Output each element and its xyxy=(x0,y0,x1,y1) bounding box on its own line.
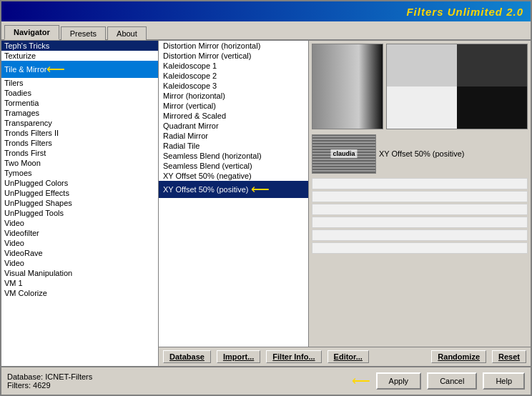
filter-list[interactable]: Distortion Mirror (horizontal) Distortio… xyxy=(159,41,309,347)
preview-thumbnail: claudia xyxy=(312,134,376,174)
filter-item[interactable]: Distortion Mirror (horizontal) xyxy=(159,41,308,51)
filter-item[interactable]: Seamless Blend (horizontal) xyxy=(159,151,308,161)
filter-item-xy-offset-positive[interactable]: XY Offset 50% (positive) ⟵ xyxy=(159,181,308,198)
list-item-transparency[interactable]: Transparency xyxy=(1,118,158,128)
status-info: Database: ICNET-Filters Filters: 4629 xyxy=(7,372,92,390)
preview-panel: claudia XY Offset 50% (positive) xyxy=(309,41,531,347)
tab-presets[interactable]: Presets xyxy=(61,26,106,40)
list-item-tile-mirror[interactable]: Tile & Mirror ⟵ xyxy=(1,61,158,78)
app-title: Filters Unlimited 2.0 xyxy=(406,6,523,18)
database-status: Database: ICNET-Filters xyxy=(7,372,92,381)
help-button[interactable]: Help xyxy=(483,372,525,390)
filter-item-mirrored-scaled[interactable]: Mirrored & Scaled xyxy=(159,111,308,121)
list-item[interactable]: VideoRave xyxy=(1,248,158,258)
list-item[interactable]: Tronds Filters II xyxy=(1,128,158,138)
list-item[interactable]: Videofilter xyxy=(1,228,158,238)
left-panel: Teph's Tricks Texturize Tile & Mirror ⟵ … xyxy=(1,41,159,366)
preview-row xyxy=(312,229,528,241)
list-item[interactable]: Teph's Tricks xyxy=(1,41,158,51)
list-item[interactable]: Tormentia xyxy=(1,98,158,108)
list-item[interactable]: Tronds First xyxy=(1,148,158,158)
preview-row xyxy=(312,242,528,254)
filter-item[interactable]: Mirror (vertical) xyxy=(159,101,308,111)
list-item-unplugged-tools[interactable]: UnPlugged Tools xyxy=(1,208,158,218)
preview-checkerboard xyxy=(386,44,528,129)
filter-info-button[interactable]: Filter Info... xyxy=(266,350,321,363)
check-black xyxy=(457,86,527,129)
preview-row xyxy=(312,217,528,228)
bottom-toolbar: Database Import... Filter Info... Editor… xyxy=(159,347,531,366)
apply-arrow-indicator: ⟵ xyxy=(352,373,370,389)
check-dark xyxy=(457,44,527,86)
preview-filter-name: XY Offset 50% (positive) xyxy=(379,149,464,158)
filter-item[interactable]: XY Offset 50% (negative) xyxy=(159,171,308,181)
tab-about[interactable]: About xyxy=(107,26,147,40)
check-light xyxy=(387,44,457,86)
list-item[interactable]: Tymoes xyxy=(1,168,158,178)
category-list[interactable]: Teph's Tricks Texturize Tile & Mirror ⟵ … xyxy=(1,41,158,366)
preview-rows xyxy=(312,178,528,344)
preview-row xyxy=(312,178,528,189)
tab-navigator[interactable]: Navigator xyxy=(4,25,59,40)
list-item[interactable]: Video xyxy=(1,258,158,268)
list-item[interactable]: Texturize xyxy=(1,51,158,61)
list-item[interactable]: Tilers xyxy=(1,78,158,88)
list-item-unplugged-shapes[interactable]: UnPlugged Shapes xyxy=(1,198,158,208)
list-item[interactable]: Video xyxy=(1,218,158,228)
main-window: Filters Unlimited 2.0 Navigator Presets … xyxy=(0,0,532,396)
filter-item[interactable]: Distortion Mirror (vertical) xyxy=(159,51,308,61)
arrow-indicator: ⟵ xyxy=(46,61,65,77)
list-item[interactable]: Tronds Filters xyxy=(1,138,158,148)
list-item[interactable]: VM 1 xyxy=(1,278,158,288)
preview-row xyxy=(312,204,528,215)
arrow-indicator: ⟵ xyxy=(251,182,270,197)
filter-item[interactable]: Seamless Blend (vertical) xyxy=(159,161,308,171)
list-item[interactable]: Toadies xyxy=(1,88,158,98)
database-button[interactable]: Database xyxy=(163,350,211,363)
filter-item[interactable]: Kaleidoscope 2 xyxy=(159,71,308,81)
right-panel: Distortion Mirror (horizontal) Distortio… xyxy=(159,41,531,366)
list-item[interactable]: Video xyxy=(1,238,158,248)
editor-button[interactable]: Editor... xyxy=(327,350,369,363)
cancel-button[interactable]: Cancel xyxy=(427,372,477,390)
thumb-label: claudia xyxy=(330,149,357,158)
filter-item[interactable]: Radial Tile xyxy=(159,141,308,151)
filter-item[interactable]: Kaleidoscope 3 xyxy=(159,81,308,91)
preview-row xyxy=(312,191,528,202)
filter-item[interactable]: Kaleidoscope 1 xyxy=(159,61,308,71)
list-item[interactable]: Visual Manipulation xyxy=(1,268,158,278)
preview-middle: claudia XY Offset 50% (positive) xyxy=(312,132,528,175)
list-item[interactable]: Tramages xyxy=(1,108,158,118)
filter-item[interactable]: Quadrant Mirror xyxy=(159,121,308,131)
apply-button[interactable]: Apply xyxy=(376,372,422,390)
filter-item[interactable]: Radial Mirror xyxy=(159,131,308,141)
preview-gradient xyxy=(312,44,383,129)
title-bar: Filters Unlimited 2.0 xyxy=(1,1,531,21)
right-content: Distortion Mirror (horizontal) Distortio… xyxy=(159,41,531,347)
randomize-button[interactable]: Randomize xyxy=(431,350,486,363)
list-item[interactable]: UnPlugged Colors xyxy=(1,178,158,188)
filters-status: Filters: 4629 xyxy=(7,381,92,390)
content-area: Teph's Tricks Texturize Tile & Mirror ⟵ … xyxy=(1,41,531,366)
list-item-unplugged-effects[interactable]: UnPlugged Effects xyxy=(1,188,158,198)
status-bar: Database: ICNET-Filters Filters: 4629 ⟵ … xyxy=(1,366,531,395)
tab-bar: Navigator Presets About xyxy=(1,21,531,41)
list-item[interactable]: VM Colorize xyxy=(1,288,158,298)
check-white xyxy=(387,86,457,129)
filter-item[interactable]: Mirror (horizontal) xyxy=(159,91,308,101)
reset-button[interactable]: Reset xyxy=(492,350,526,363)
preview-top xyxy=(312,44,528,129)
import-button[interactable]: Import... xyxy=(217,350,260,363)
list-item-two-moon[interactable]: Two Moon xyxy=(1,158,158,168)
